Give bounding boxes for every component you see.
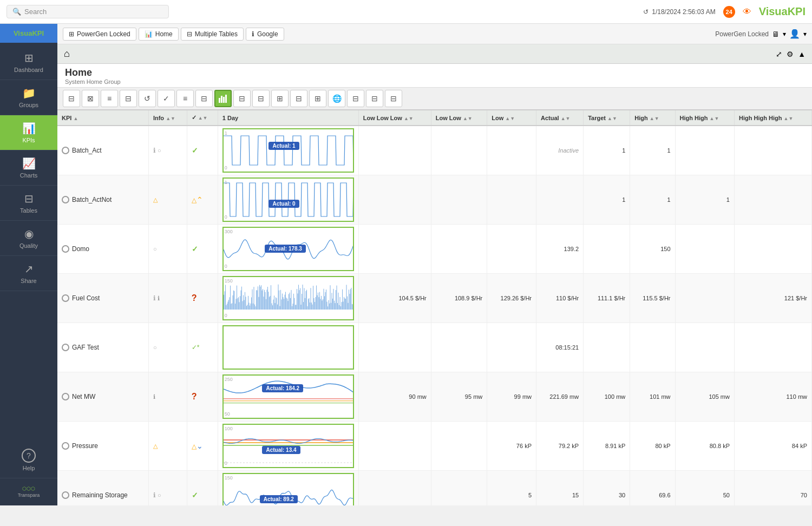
sidebar-item-tables[interactable]: ⊟ Tables: [0, 186, 57, 221]
sidebar-item-charts[interactable]: 📈 Charts: [0, 150, 57, 186]
tab-google[interactable]: ℹ Google: [246, 28, 284, 41]
svg-rect-112: [311, 303, 312, 310]
user-dropdown-icon[interactable]: ▾: [803, 30, 807, 38]
col-header-lowlow[interactable]: Low Low ▲▼: [431, 110, 487, 126]
tab-home[interactable]: 📊 Home: [139, 28, 179, 41]
kpi-info-cell[interactable]: △: [148, 422, 187, 471]
kpi-status-cell[interactable]: ✓: [187, 126, 218, 175]
toolbar-columns[interactable]: ≡: [101, 90, 118, 107]
kpi-name-cell[interactable]: Domo: [57, 225, 148, 274]
kpi-name-cell[interactable]: Batch_ActNot: [57, 175, 148, 225]
refresh-icon[interactable]: ↺: [643, 8, 649, 16]
kpi-status-cell[interactable]: ✓: [187, 225, 218, 274]
kpi-table-wrapper[interactable]: KPI ▲ Info ▲▼ ✓ ▲▼ 1 Day Low Low Low ▲▼ …: [57, 110, 812, 505]
kpi-status-cell[interactable]: ?: [187, 372, 218, 422]
svg-rect-149: [341, 302, 342, 310]
toolbar-gauge2[interactable]: ⊟: [366, 90, 383, 107]
col-header-low[interactable]: Low ▲▼: [487, 110, 536, 126]
col-header-1day[interactable]: 1 Day: [218, 110, 358, 126]
tab-multiple-tables[interactable]: ⊟ Multiple Tables: [181, 28, 244, 41]
tab-powergen-locked[interactable]: ⊞ PowerGen Locked: [63, 28, 136, 41]
toolbar-check[interactable]: ✓: [158, 90, 175, 107]
kpi-info-cell[interactable]: ○: [148, 225, 187, 274]
kpi-target: [584, 323, 630, 372]
sidebar-item-groups[interactable]: 📁 Groups: [0, 80, 57, 115]
status-check: ✓: [192, 245, 198, 253]
col-header-lowlowlow[interactable]: Low Low Low ▲▼: [358, 110, 431, 126]
sidebar-item-help[interactable]: ? Help: [0, 442, 57, 478]
col-header-target[interactable]: Target ▲▼: [584, 110, 630, 126]
col-header-kpi[interactable]: KPI ▲: [57, 110, 148, 126]
toolbar-wide[interactable]: ⊟: [252, 90, 270, 107]
kpi-name-cell[interactable]: Fuel Cost: [57, 274, 148, 323]
kpi-info-cell[interactable]: ℹ: [148, 372, 187, 422]
sidebar-item-quality[interactable]: ◉ Quality: [0, 221, 57, 256]
kpi-name-cell[interactable]: Pressure: [57, 422, 148, 471]
kpi-status-cell[interactable]: △⌄: [187, 422, 218, 471]
alert-badge[interactable]: 24: [723, 6, 735, 18]
kpi-name-cell[interactable]: Net MW: [57, 372, 148, 422]
chart-cell-remaining-storage[interactable]: 150 0 Actual: 89.2: [218, 471, 358, 506]
kpi-info-cell[interactable]: △: [148, 175, 187, 225]
chart-cell-net-mw[interactable]: 250 50 Actual: 184.2: [218, 372, 358, 422]
svg-rect-32: [246, 306, 247, 310]
chart-cell-batch_act[interactable]: 1 0 Actual: 1: [218, 126, 358, 175]
toolbar-table[interactable]: ⊟: [120, 90, 137, 107]
toolbar-gauge3[interactable]: ⊟: [385, 90, 402, 107]
sidebar-item-dashboard[interactable]: ⊞ Dashboard: [0, 45, 57, 80]
kpi-name-text: Batch_Act: [72, 147, 102, 154]
kpi-actual: 15: [536, 471, 584, 506]
dropdown-icon[interactable]: ▾: [783, 30, 786, 38]
toolbar-list[interactable]: ≡: [176, 90, 194, 107]
chart-cell-domo[interactable]: 300 0 Actual: 178.3: [218, 225, 358, 274]
toolbar-geo[interactable]: 🌐: [328, 90, 345, 107]
toolbar-view1[interactable]: ⊠: [82, 90, 99, 107]
toolbar-tiles[interactable]: ⊟: [290, 90, 307, 107]
kpi-info-cell[interactable]: ○: [148, 323, 187, 372]
kpi-name-cell[interactable]: GAF Test: [57, 323, 148, 372]
col-header-highhigh[interactable]: High High ▲▼: [675, 110, 734, 126]
toolbar-history[interactable]: ↺: [139, 90, 156, 107]
user-icon[interactable]: 👤: [789, 29, 800, 39]
toolbar-split[interactable]: ⊟: [233, 90, 251, 107]
toolbar-grid2[interactable]: ⊞: [309, 90, 326, 107]
kpi-info-cell[interactable]: ℹ ℹ: [148, 274, 187, 323]
kpi-status-cell[interactable]: ✓*: [187, 323, 218, 372]
kpi-info-cell[interactable]: ℹ ○: [148, 126, 187, 175]
kpi-low: 76 kP: [487, 422, 536, 471]
home-breadcrumb-icon[interactable]: ⌂: [64, 48, 70, 60]
svg-rect-70: [277, 305, 278, 310]
search-box[interactable]: 🔍 Search: [6, 5, 169, 18]
kpi-status-cell[interactable]: △⌃: [187, 175, 218, 225]
col-header-high[interactable]: High ▲▼: [630, 110, 675, 126]
toolbar-compact[interactable]: ⊟: [195, 90, 213, 107]
chart-cell-fuel-cost[interactable]: 150 0: [218, 274, 358, 323]
gear-icon[interactable]: ⚙: [787, 50, 794, 58]
kpi-info-cell[interactable]: ℹ ○: [148, 471, 187, 506]
col-header-highhighhigh[interactable]: High High High ▲▼: [734, 110, 811, 126]
kpi-name-cell[interactable]: Remaining Storage: [57, 471, 148, 506]
chart-cell-batch_actnot[interactable]: 1 0 Actual: 0: [218, 175, 358, 225]
svg-rect-33: [247, 305, 247, 310]
kpi-name-cell[interactable]: Batch_Act: [57, 126, 148, 175]
sidebar-item-share[interactable]: ↗ Share: [0, 256, 57, 291]
kpi-status-cell[interactable]: ?: [187, 274, 218, 323]
chart-cell-pressure[interactable]: 100 0 Actual: 13.4: [218, 422, 358, 471]
col-header-info[interactable]: Info ▲▼: [148, 110, 187, 126]
expand-icon[interactable]: ⤢: [776, 50, 782, 58]
col-header-actual[interactable]: Actual ▲▼: [536, 110, 584, 126]
toolbar-grid[interactable]: ⊞: [271, 90, 289, 107]
col-header-status[interactable]: ✓ ▲▼: [187, 110, 218, 126]
toolbar-gauge1[interactable]: ⊟: [347, 90, 364, 107]
svg-rect-146: [339, 305, 339, 310]
svg-rect-143: [336, 286, 337, 310]
svg-rect-50: [261, 285, 261, 310]
svg-rect-59: [268, 292, 269, 310]
collapse-icon[interactable]: ▲: [798, 50, 806, 58]
sidebar-item-kpis[interactable]: 📊 KPIs: [0, 115, 57, 150]
toolbar-filter[interactable]: ⊟: [63, 90, 80, 107]
svg-rect-139: [333, 289, 333, 310]
kpi-status-cell[interactable]: ✓: [187, 471, 218, 506]
toolbar-charts-active[interactable]: [214, 90, 232, 107]
chart-cell-gaf-test[interactable]: [218, 323, 358, 372]
